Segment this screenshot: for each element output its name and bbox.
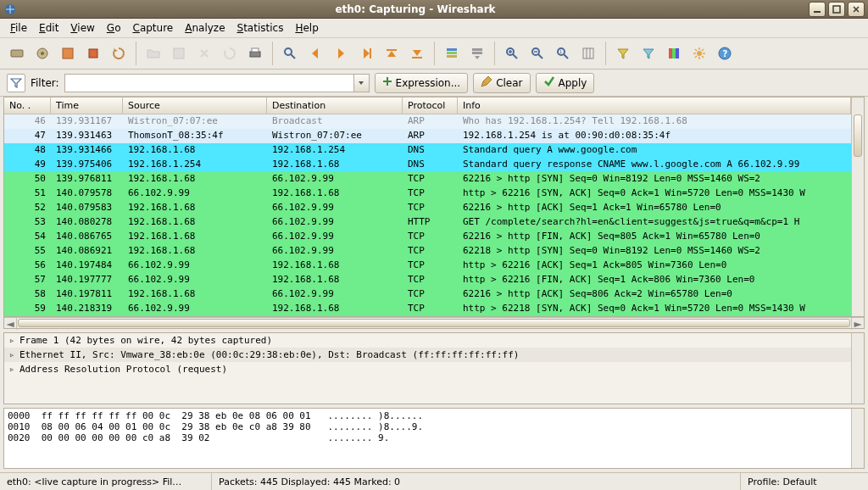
coloring-rules-button[interactable] xyxy=(662,42,686,65)
auto-scroll-button[interactable] xyxy=(465,42,489,65)
svg-rect-15 xyxy=(447,48,457,51)
table-row[interactable]: 55140.086921192.168.1.6866.102.9.99TCP62… xyxy=(4,244,851,259)
zoom-reset-button[interactable]: 1 xyxy=(551,42,575,65)
table-row[interactable]: 56140.19748466.102.9.99192.168.1.68TCPht… xyxy=(4,259,851,273)
svg-rect-16 xyxy=(447,52,457,54)
check-icon xyxy=(543,75,555,90)
packet-list-vscroll[interactable] xyxy=(851,97,864,316)
table-row[interactable]: 57140.19777766.102.9.99192.168.1.68TCPht… xyxy=(4,273,851,287)
svg-rect-19 xyxy=(472,52,482,54)
go-back-button[interactable] xyxy=(303,42,327,65)
col-proto[interactable]: Protocol xyxy=(403,97,458,114)
find-button[interactable] xyxy=(278,42,302,65)
restart-capture-button[interactable] xyxy=(107,42,131,65)
svg-rect-12 xyxy=(370,48,371,58)
zoom-out-button[interactable] xyxy=(526,42,549,65)
details-vscroll[interactable] xyxy=(851,333,864,404)
colorize-button[interactable] xyxy=(440,42,464,65)
filter-bar: Filter: Expression... Clear Apply xyxy=(0,70,868,97)
detail-row[interactable]: ▹Ethernet II, Src: Vmware_38:eb:0e (00:0… xyxy=(4,348,851,362)
svg-rect-24 xyxy=(583,48,593,58)
table-row[interactable]: 54140.086765192.168.1.6866.102.9.99TCP62… xyxy=(4,230,851,244)
apply-button[interactable]: Apply xyxy=(536,73,595,93)
reload-button[interactable] xyxy=(218,42,242,65)
svg-rect-18 xyxy=(472,48,482,51)
titlebar: eth0: Capturing - Wireshark xyxy=(0,0,868,19)
expand-icon: ▹ xyxy=(8,335,16,346)
go-forward-button[interactable] xyxy=(329,42,353,65)
window-title: eth0: Capturing - Wireshark xyxy=(22,3,809,15)
filter-dropdown[interactable] xyxy=(354,74,370,92)
packet-bytes: 0000 ff ff ff ff ff ff 00 0c 29 38 eb 0e… xyxy=(3,408,865,469)
help-button[interactable]: ? xyxy=(713,42,737,65)
table-row[interactable]: 50139.976811192.168.1.6866.102.9.99TCP62… xyxy=(4,172,851,187)
col-no[interactable]: No. . xyxy=(4,97,51,114)
open-button[interactable] xyxy=(142,42,165,65)
packet-list-hscroll[interactable]: ◄► xyxy=(3,317,865,329)
interfaces-button[interactable] xyxy=(5,42,29,65)
start-capture-button[interactable] xyxy=(56,42,80,65)
expression-button[interactable]: Expression... xyxy=(375,73,469,93)
plus-icon xyxy=(382,76,392,89)
detail-row[interactable]: ▹Frame 1 (42 bytes on wire, 42 bytes cap… xyxy=(4,333,851,348)
toolbar: 1 ? xyxy=(0,38,868,70)
resize-columns-button[interactable] xyxy=(576,42,600,65)
options-button[interactable] xyxy=(31,42,54,65)
table-row[interactable]: 46139.931167Wistron_07:07:eeBroadcastARP… xyxy=(4,114,851,129)
preferences-button[interactable] xyxy=(687,42,711,65)
menu-help[interactable]: Help xyxy=(290,20,323,36)
go-first-button[interactable] xyxy=(380,42,403,65)
capture-filters-button[interactable] xyxy=(611,42,635,65)
svg-point-11 xyxy=(285,48,292,55)
minimize-button[interactable] xyxy=(809,2,826,17)
col-time[interactable]: Time xyxy=(51,97,123,114)
table-row[interactable]: 59140.21831966.102.9.99192.168.1.68TCPht… xyxy=(4,302,851,316)
svg-text:1: 1 xyxy=(559,49,562,54)
table-row[interactable]: 52140.079583192.168.1.6866.102.9.99TCP62… xyxy=(4,201,851,215)
col-src[interactable]: Source xyxy=(123,97,267,114)
close-file-button[interactable] xyxy=(192,42,216,65)
svg-text:?: ? xyxy=(723,49,728,58)
clear-label: Clear xyxy=(496,77,522,89)
app-icon xyxy=(3,3,17,16)
detail-row[interactable]: ▹Address Resolution Protocol (request) xyxy=(4,362,851,376)
table-row[interactable]: 53140.080278192.168.1.6866.102.9.99HTTPG… xyxy=(4,215,851,230)
close-button[interactable] xyxy=(848,2,865,17)
filter-toolbar-button[interactable] xyxy=(7,74,25,92)
status-left: eth0: <live capture in progress> Fil… xyxy=(0,473,212,490)
svg-rect-25 xyxy=(669,48,672,58)
menu-file[interactable]: File xyxy=(5,20,32,36)
go-to-packet-button[interactable] xyxy=(354,42,378,65)
menubar: File Edit View Go Capture Analyze Statis… xyxy=(0,19,868,37)
table-row[interactable]: 58140.197811192.168.1.6866.102.9.99TCP62… xyxy=(4,287,851,302)
menu-capture[interactable]: Capture xyxy=(127,20,178,36)
save-button[interactable] xyxy=(167,42,191,65)
col-dst[interactable]: Destination xyxy=(267,97,403,114)
zoom-in-button[interactable] xyxy=(500,42,524,65)
table-row[interactable]: 47139.931463ThomsonT_08:35:4fWistron_07:… xyxy=(4,129,851,143)
print-button[interactable] xyxy=(243,42,267,65)
table-row[interactable]: 49139.975406192.168.1.254192.168.1.68DNS… xyxy=(4,158,851,172)
table-row[interactable]: 48139.931466192.168.1.68192.168.1.254DNS… xyxy=(4,143,851,158)
svg-rect-27 xyxy=(676,48,679,58)
expression-label: Expression... xyxy=(396,77,461,89)
menu-view[interactable]: View xyxy=(65,20,99,36)
display-filters-button[interactable] xyxy=(637,42,660,65)
stop-capture-button[interactable] xyxy=(81,42,105,65)
menu-statistics[interactable]: Statistics xyxy=(232,20,289,36)
col-info[interactable]: Info xyxy=(458,97,851,114)
svg-rect-13 xyxy=(387,49,397,51)
menu-edit[interactable]: Edit xyxy=(34,20,64,36)
go-last-button[interactable] xyxy=(405,42,429,65)
filter-input[interactable] xyxy=(64,74,354,92)
maximize-button[interactable] xyxy=(828,2,845,17)
svg-rect-7 xyxy=(89,49,97,58)
menu-go[interactable]: Go xyxy=(102,20,126,36)
menu-analyze[interactable]: Analyze xyxy=(180,20,230,36)
clear-button[interactable]: Clear xyxy=(473,73,530,93)
packet-list: No. . Time Source Destination Protocol I… xyxy=(3,97,865,317)
expand-icon: ▹ xyxy=(8,364,16,375)
bytes-vscroll[interactable] xyxy=(851,409,864,468)
status-right: Profile: Default xyxy=(741,473,868,490)
table-row[interactable]: 51140.07957866.102.9.99192.168.1.68TCPht… xyxy=(4,187,851,201)
